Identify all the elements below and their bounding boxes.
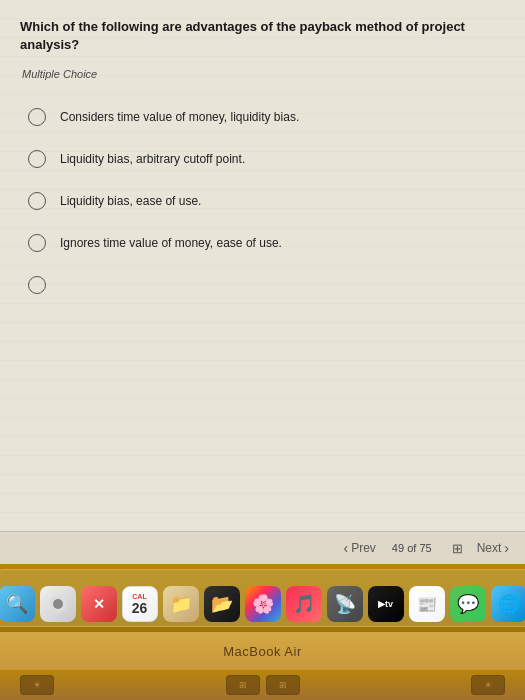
screen: Which of the following are advantages of… xyxy=(0,0,525,700)
kb-key-1[interactable]: ⊞ xyxy=(226,675,260,695)
dock-files[interactable]: 📁 xyxy=(163,586,199,622)
dock-finder[interactable]: 🔍 xyxy=(0,586,35,622)
kb-key-2[interactable]: ⊞ xyxy=(266,675,300,695)
option-b-text: Liquidity bias, arbitrary cutoff point. xyxy=(60,152,245,168)
radio-d[interactable] xyxy=(28,234,46,252)
dock-launchpad[interactable] xyxy=(40,586,76,622)
option-d-text: Ignores time value of money, ease of use… xyxy=(60,236,282,252)
kb-sound-key[interactable]: ☀ xyxy=(471,675,505,695)
radio-c[interactable] xyxy=(28,192,46,210)
macbook-label-bar: MacBook Air xyxy=(0,632,525,670)
option-d[interactable]: Ignores time value of money, ease of use… xyxy=(20,222,505,264)
radio-b[interactable] xyxy=(28,150,46,168)
dock-close[interactable]: ✕ xyxy=(81,586,117,622)
prev-button[interactable]: Prev xyxy=(343,540,375,556)
kb-brightness-key[interactable]: ☀ xyxy=(20,675,54,695)
macbook-label: MacBook Air xyxy=(223,644,301,659)
grid-icon[interactable]: ⊞ xyxy=(452,541,463,556)
brightness-icon: ☀ xyxy=(33,680,41,690)
radio-a[interactable] xyxy=(28,108,46,126)
svg-point-1 xyxy=(53,599,63,609)
option-e[interactable] xyxy=(20,264,505,306)
option-c-text: Liquidity bias, ease of use. xyxy=(60,194,201,210)
option-c[interactable]: Liquidity bias, ease of use. xyxy=(20,180,505,222)
dock-safari[interactable]: 🌐 xyxy=(491,586,526,622)
dock-messages[interactable]: 💬 xyxy=(450,586,486,622)
sound-icon: ☀ xyxy=(484,680,492,690)
radio-e[interactable] xyxy=(28,276,46,294)
question-text: Which of the following are advantages of… xyxy=(20,18,505,54)
dock-photos[interactable]: 🌸 xyxy=(245,586,281,622)
dock-bar: 🔍 ✕ CAL 26 📁 📂 🌸 🎵 📡 ▶tv 📰 💬 🌐 xyxy=(0,564,525,632)
multiple-choice-label: Multiple Choice xyxy=(22,68,505,80)
dock-wifi[interactable]: 📡 xyxy=(327,586,363,622)
navigation-bar: Prev 49 of 75 ⊞ Next xyxy=(0,531,525,564)
dock-calendar[interactable]: CAL 26 xyxy=(122,586,158,622)
quiz-area: Which of the following are advantages of… xyxy=(0,0,525,531)
option-b[interactable]: Liquidity bias, arbitrary cutoff point. xyxy=(20,138,505,180)
dock-appletv[interactable]: ▶tv xyxy=(368,586,404,622)
dock-container: 🔍 ✕ CAL 26 📁 📂 🌸 🎵 📡 ▶tv 📰 💬 🌐 xyxy=(0,569,525,627)
page-info: 49 of 75 xyxy=(392,542,432,554)
options-list: Considers time value of money, liquidity… xyxy=(20,96,505,306)
dock-music[interactable]: 🎵 xyxy=(286,586,322,622)
dock-dark-files[interactable]: 📂 xyxy=(204,586,240,622)
keyboard-bar: ☀ ⊞ ⊞ ☀ xyxy=(0,670,525,700)
next-button[interactable]: Next xyxy=(477,540,509,556)
option-a[interactable]: Considers time value of money, liquidity… xyxy=(20,96,505,138)
dock-news[interactable]: 📰 xyxy=(409,586,445,622)
option-a-text: Considers time value of money, liquidity… xyxy=(60,110,299,126)
kb-center-keys: ⊞ ⊞ xyxy=(226,675,300,695)
